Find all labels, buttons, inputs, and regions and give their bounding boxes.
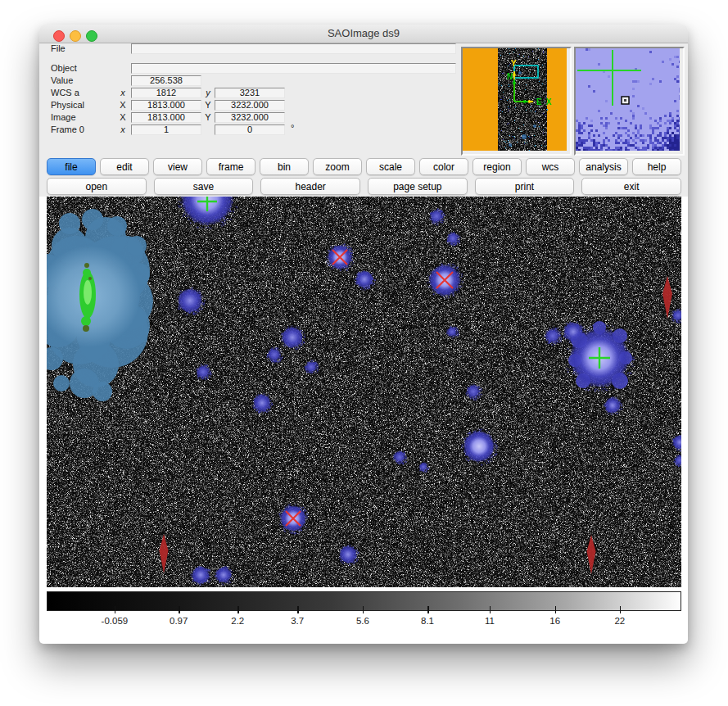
file-label: File — [51, 43, 66, 54]
file-menu-button-save[interactable]: save — [154, 178, 254, 195]
image-x-label: X — [118, 112, 128, 123]
fits-image-display[interactable] — [47, 197, 681, 587]
panner-frame — [461, 47, 572, 156]
menu-bar: fileeditviewframebinzoomscalecolorregion… — [47, 158, 681, 175]
frame-label: Frame 0 — [51, 124, 84, 135]
colorbar-tick-label: 11 — [485, 616, 495, 626]
frame-x-label: x — [118, 124, 128, 135]
degree-symbol: ° — [291, 123, 294, 134]
value-label: Value — [51, 75, 73, 86]
colorbar-tick-label: 16 — [549, 616, 560, 626]
object-field — [131, 63, 456, 74]
wcs-y-field: 3231 — [215, 88, 285, 98]
image-y-label: Y — [203, 112, 213, 123]
colorbar[interactable] — [47, 591, 681, 611]
image-label: Image — [51, 112, 76, 123]
menu-button-region[interactable]: region — [473, 158, 522, 175]
frame-rotate-field: 0 — [215, 124, 285, 135]
menu-button-view[interactable]: view — [153, 158, 202, 175]
menu-button-help[interactable]: help — [632, 158, 681, 175]
menu-button-file[interactable]: file — [47, 158, 96, 175]
wcs-x-field: 1812 — [131, 88, 201, 98]
colorbar-tick-label: 22 — [614, 616, 625, 626]
colorbar-tick-label: 3.7 — [291, 616, 304, 626]
file-menu-button-exit[interactable]: exit — [581, 178, 681, 195]
value-field: 256.538 — [131, 75, 201, 86]
physical-x-field: 1813.000 — [131, 100, 201, 111]
image-y-field: 3232.000 — [215, 112, 285, 123]
image-x-field: 1813.000 — [131, 112, 201, 123]
frame-zoom-field: 1 — [131, 124, 201, 135]
file-menu-button-open[interactable]: open — [47, 178, 147, 195]
physical-x-label: X — [118, 100, 128, 111]
magnifier-widget[interactable] — [576, 48, 680, 151]
physical-y-field: 3232.000 — [215, 100, 285, 111]
menu-button-scale[interactable]: scale — [366, 158, 415, 175]
colorbar-tick-label: 0.97 — [170, 616, 188, 626]
app-window: SAOImage ds9 File Object Value 256.538 W… — [39, 25, 688, 644]
file-menu-button-header[interactable]: header — [260, 178, 360, 195]
menu-button-wcs[interactable]: wcs — [526, 158, 575, 175]
panner-widget[interactable] — [463, 48, 567, 151]
titlebar[interactable]: SAOImage ds9 — [39, 25, 688, 43]
magnifier-frame — [574, 47, 685, 156]
menu-button-edit[interactable]: edit — [100, 158, 149, 175]
file-menu-button-print[interactable]: print — [475, 178, 575, 195]
colorbar-tick-label: 8.1 — [421, 616, 434, 626]
wcs-label: WCS a — [51, 88, 79, 98]
wcs-y-label: y — [203, 88, 213, 98]
wcs-x-label: x — [118, 88, 128, 98]
colorbar-tick-label: 2.2 — [231, 616, 244, 626]
colorbar-tick-label: -0.059 — [102, 616, 129, 626]
physical-label: Physical — [51, 100, 84, 111]
menu-button-bin[interactable]: bin — [260, 158, 309, 175]
file-menu-button-page-setup[interactable]: page setup — [368, 178, 468, 195]
object-label: Object — [51, 63, 77, 74]
physical-y-label: Y — [203, 100, 213, 111]
colorbar-tick-label: 5.6 — [356, 616, 369, 626]
menu-button-frame[interactable]: frame — [206, 158, 255, 175]
file-menu-bar: opensaveheaderpage setupprintexit — [47, 178, 681, 195]
menu-button-zoom[interactable]: zoom — [313, 158, 362, 175]
file-field — [131, 43, 456, 54]
menu-button-analysis[interactable]: analysis — [579, 158, 628, 175]
window-title: SAOImage ds9 — [39, 25, 688, 43]
menu-button-color[interactable]: color — [419, 158, 468, 175]
